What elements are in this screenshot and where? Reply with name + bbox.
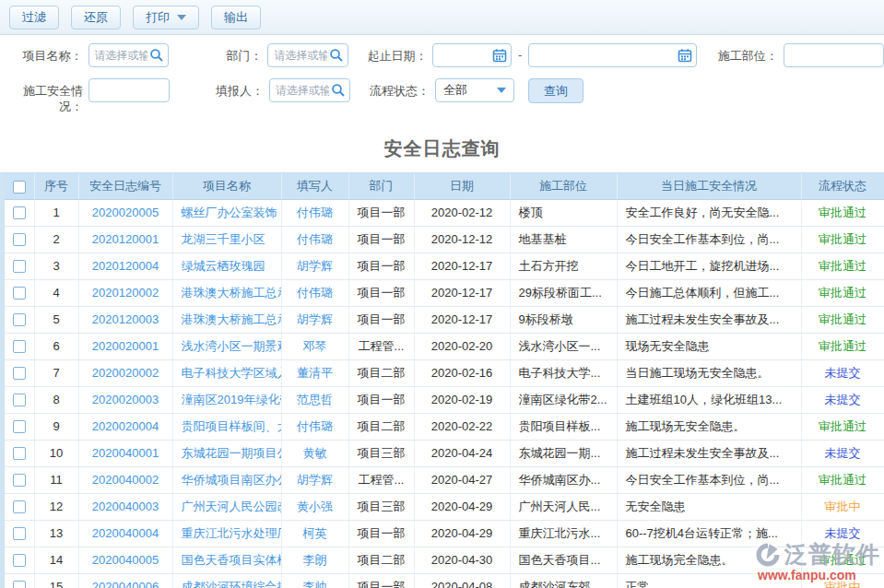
project-name-link[interactable]: 港珠澳大桥施工总承 — [182, 312, 282, 326]
row-situation: 60--7挖机4台运转正常；施... — [617, 520, 801, 547]
row-project: 潼南区2019年绿化带 — [172, 386, 281, 413]
select-all-checkbox[interactable] — [13, 181, 26, 194]
project-name-link[interactable]: 华侨城项目南区办公 — [182, 473, 282, 487]
writer-link[interactable]: 胡学辉 — [297, 259, 333, 273]
log-number-link[interactable]: 2020120004 — [92, 259, 159, 273]
writer-link[interactable]: 黄敏 — [303, 446, 327, 460]
row-location: 29标段桥面工... — [510, 279, 617, 306]
log-number-link[interactable]: 2020040005 — [92, 553, 159, 567]
end-date-input[interactable] — [528, 43, 697, 67]
calendar-icon[interactable] — [492, 48, 507, 63]
row-dept: 项目一部 — [348, 520, 414, 547]
select-all-cell — [5, 173, 34, 199]
row-checkbox[interactable] — [13, 527, 26, 540]
log-number-link[interactable]: 2020120001 — [92, 232, 159, 246]
row-select-cell — [5, 199, 34, 226]
row-checkbox[interactable] — [13, 287, 26, 300]
row-location: 9标段桥墩 — [510, 306, 617, 333]
writer-link[interactable]: 黄小强 — [297, 500, 333, 513]
row-date: 2020-04-24 — [414, 440, 510, 466]
search-icon[interactable] — [149, 48, 164, 63]
project-name-link[interactable]: 绿城云栖玫瑰园 — [182, 259, 265, 273]
log-number-link[interactable]: 2020040006 — [92, 580, 159, 588]
log-number-link[interactable]: 2020020002 — [92, 366, 159, 380]
safety-log-query-page: 过滤 还原 打印 输出 项目名称： 部门： — [0, 0, 884, 588]
project-name-link[interactable]: 螺丝厂办公室装饰 — [182, 206, 277, 219]
reporter-label: 填报人： — [170, 78, 269, 99]
project-name-link[interactable]: 重庆江北污水处理厂 — [182, 526, 282, 540]
row-checkbox[interactable] — [13, 420, 26, 433]
filter-button[interactable]: 过滤 — [9, 6, 59, 29]
row-dept: 项目一部 — [348, 573, 414, 588]
project-name-link[interactable]: 浅水湾小区一期景观 — [182, 339, 282, 353]
row-checkbox[interactable] — [13, 500, 26, 513]
row-location: 楼顶 — [510, 199, 617, 226]
project-name-link[interactable]: 东城花园一期项目公 — [182, 446, 282, 460]
restore-button[interactable]: 还原 — [71, 6, 121, 29]
query-button[interactable]: 查询 — [528, 78, 583, 103]
writer-link[interactable]: 邓琴 — [303, 339, 327, 353]
log-number-link[interactable]: 2020120003 — [92, 312, 159, 326]
project-name-link[interactable]: 成都沙河环境综合提 — [182, 580, 282, 588]
row-checkbox[interactable] — [13, 394, 26, 406]
writer-link[interactable]: 付伟璐 — [297, 286, 333, 300]
row-checkbox[interactable] — [13, 554, 26, 567]
row-dept: 工程管... — [348, 333, 414, 359]
project-name-link[interactable]: 电子科技大学区域入 — [182, 366, 282, 380]
project-name-link[interactable]: 国色天香项目实体样 — [182, 553, 282, 567]
toolbar: 过滤 还原 打印 输出 — [0, 0, 884, 35]
row-log-number: 2020040005 — [78, 547, 172, 573]
row-checkbox[interactable] — [13, 581, 26, 588]
log-number-link[interactable]: 2020120002 — [92, 286, 159, 300]
search-icon[interactable] — [331, 83, 346, 98]
workflow-status-select[interactable]: 全部 — [435, 78, 514, 102]
writer-link[interactable]: 范思哲 — [297, 393, 333, 406]
log-number-link[interactable]: 2020040003 — [92, 500, 159, 513]
project-name-link[interactable]: 港珠澳大桥施工总承 — [182, 286, 282, 300]
project-name-link[interactable]: 潼南区2019年绿化带 — [182, 393, 282, 406]
export-button[interactable]: 输出 — [211, 6, 261, 29]
row-checkbox[interactable] — [13, 474, 26, 487]
row-checkbox[interactable] — [13, 206, 26, 219]
writer-link[interactable]: 胡学辉 — [297, 473, 333, 487]
writer-link[interactable]: 付伟璐 — [297, 206, 333, 219]
row-situation: 施工过程未发生安全事故及... — [617, 440, 801, 466]
row-checkbox[interactable] — [13, 340, 26, 353]
writer-link[interactable]: 李帅 — [303, 580, 327, 588]
row-checkbox[interactable] — [13, 447, 26, 460]
log-number-link[interactable]: 2020020001 — [92, 339, 159, 353]
calendar-icon[interactable] — [678, 48, 692, 63]
project-name-link[interactable]: 龙湖三千里小区 — [182, 232, 265, 246]
row-dept: 项目二部 — [348, 359, 414, 386]
writer-link[interactable]: 付伟璐 — [297, 232, 333, 246]
writer-link[interactable]: 柯英 — [303, 526, 327, 540]
log-number-link[interactable]: 2020040002 — [92, 473, 159, 487]
log-number-link[interactable]: 2020040004 — [92, 526, 159, 540]
row-checkbox[interactable] — [13, 233, 26, 246]
row-checkbox[interactable] — [13, 367, 26, 380]
writer-link[interactable]: 李朗 — [303, 553, 327, 567]
writer-link[interactable]: 付伟璐 — [297, 419, 333, 433]
writer-link[interactable]: 董清平 — [297, 366, 333, 380]
log-number-link[interactable]: 2020040001 — [92, 446, 159, 460]
project-name-link[interactable]: 贵阳项目样板间、大 — [182, 419, 282, 433]
row-checkbox[interactable] — [13, 313, 26, 326]
location-input[interactable] — [784, 43, 884, 67]
row-location: 国色天香项目... — [510, 547, 617, 573]
safety-condition-input[interactable] — [88, 78, 170, 102]
log-number-link[interactable]: 2020020004 — [92, 419, 159, 433]
row-select-cell — [5, 440, 34, 466]
row-project: 东城花园一期项目公 — [172, 440, 281, 466]
workflow-status-value: 全部 — [443, 82, 467, 99]
row-checkbox[interactable] — [13, 260, 26, 273]
log-number-link[interactable]: 2020020005 — [92, 206, 159, 219]
log-number-link[interactable]: 2020020003 — [92, 393, 159, 406]
print-button[interactable]: 打印 — [133, 6, 199, 29]
project-name-link[interactable]: 广州天河人民公园改 — [182, 500, 282, 513]
row-situation: 现场无安全隐患 — [617, 333, 801, 359]
project-name-label: 项目名称： — [17, 43, 88, 64]
row-project: 电子科技大学区域入 — [172, 359, 281, 386]
location-label: 施工部位： — [697, 43, 783, 64]
search-icon[interactable] — [329, 48, 344, 63]
writer-link[interactable]: 胡学辉 — [297, 312, 333, 326]
